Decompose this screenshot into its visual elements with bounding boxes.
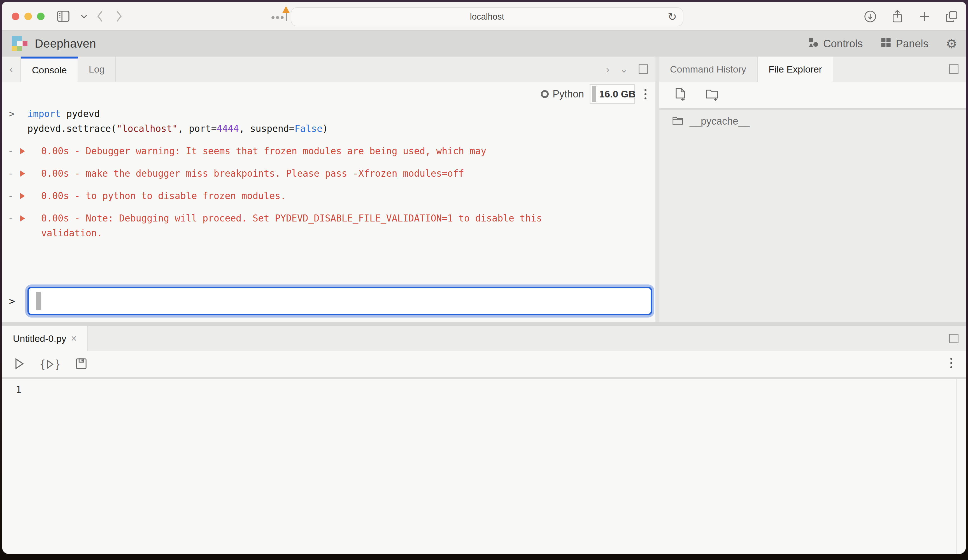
code-keyword: False xyxy=(295,123,322,134)
log-warning-text: 0.00s - Note: Debugging will proceed. Se… xyxy=(41,211,574,240)
editor-tabstrip: Untitled-0.py × xyxy=(2,326,966,351)
log-disclosure-icon[interactable] xyxy=(20,144,32,159)
editor-overflow-menu-button[interactable] xyxy=(950,358,952,368)
tab-log[interactable]: Log xyxy=(78,56,116,82)
brace-right: } xyxy=(56,358,60,370)
code-plain: , port= xyxy=(177,123,217,134)
maximize-editor-panel-button[interactable] xyxy=(949,334,958,343)
session-row: Python 16.0 GB xyxy=(2,82,655,106)
downloads-button[interactable] xyxy=(864,10,877,23)
extensions-area[interactable] xyxy=(269,2,291,31)
code-plain: pydevd xyxy=(61,108,100,119)
tab-file-explorer[interactable]: File Explorer xyxy=(757,56,833,82)
url-text: localhost xyxy=(470,12,504,22)
sidebar-toggle-icon[interactable] xyxy=(57,10,70,22)
log-warning-text: 0.00s - Debugger warning: It seems that … xyxy=(41,144,574,159)
log-disclosure-icon[interactable] xyxy=(20,166,32,181)
log-warning-row: - 0.00s - Debugger warning: It seems tha… xyxy=(2,144,655,159)
tab-overview-button[interactable] xyxy=(945,10,958,23)
session-language-label: Python xyxy=(553,88,584,100)
console-overflow-menu-button[interactable] xyxy=(645,89,646,99)
tab-command-history-label: Command History xyxy=(670,64,746,75)
console-history: > import pydevd pydevd.settrace("localho… xyxy=(2,106,655,240)
maximize-console-panel-button[interactable] xyxy=(638,65,648,74)
line-number: 1 xyxy=(16,384,21,395)
tab-file-explorer-label: File Explorer xyxy=(769,64,822,75)
new-tab-button[interactable] xyxy=(918,10,930,23)
console-input[interactable] xyxy=(27,287,652,315)
close-window-button[interactable] xyxy=(12,13,19,20)
warning-badge-icon xyxy=(282,6,290,13)
log-warning-text: 0.00s - make the debugger miss breakpoin… xyxy=(41,166,574,181)
input-prompt: > xyxy=(9,295,22,307)
code-plain: ) xyxy=(322,123,328,134)
tab-untitled-file[interactable]: Untitled-0.py × xyxy=(2,326,88,351)
app-header: Deephaven Controls Panels ⚙ xyxy=(2,31,966,56)
forward-button[interactable] xyxy=(115,10,124,23)
file-name: __pycache__ xyxy=(690,115,749,127)
code-editor[interactable]: 1 xyxy=(2,379,966,554)
log-warning-row: - 0.00s - Note: Debugging will proceed. … xyxy=(2,211,655,240)
run-button[interactable] xyxy=(13,358,25,371)
memory-usage-widget[interactable]: 16.0 GB xyxy=(590,84,635,104)
brace-left: { xyxy=(41,358,45,370)
log-gutter-dash: - xyxy=(8,166,20,181)
url-bar[interactable]: localhost ↻ xyxy=(291,7,683,27)
tab-command-history[interactable]: Command History xyxy=(659,56,757,82)
log-disclosure-icon[interactable] xyxy=(20,189,32,203)
zoom-window-button[interactable] xyxy=(37,13,45,20)
run-selected-button[interactable]: { } xyxy=(41,358,60,370)
console-input-row: > xyxy=(2,287,655,322)
tabs-dropdown-button[interactable]: ⌄ xyxy=(620,63,628,75)
tab-console[interactable]: Console xyxy=(21,56,78,82)
back-button[interactable] xyxy=(96,10,104,23)
panels-label: Panels xyxy=(896,38,928,50)
log-warning-text: 0.00s - to python to disable frozen modu… xyxy=(41,189,574,203)
log-warning-row: - 0.00s - make the debugger miss breakpo… xyxy=(2,166,655,181)
controls-label: Controls xyxy=(823,38,863,50)
browser-chrome: localhost ↻ xyxy=(2,2,966,31)
editor-panel: Untitled-0.py × { } xyxy=(2,326,966,554)
console-panel: ‹ Console Log › ⌄ xyxy=(2,56,655,322)
maximize-explorer-panel-button[interactable] xyxy=(949,65,958,74)
close-tab-icon[interactable]: × xyxy=(71,333,77,345)
file-explorer-toolbar xyxy=(659,82,966,110)
minimize-window-button[interactable] xyxy=(24,13,32,20)
new-folder-button[interactable] xyxy=(705,87,720,103)
desktop-background: localhost ↻ xyxy=(0,0,968,560)
save-button[interactable] xyxy=(75,358,87,371)
panel-divider[interactable] xyxy=(2,322,966,326)
explorer-tabstrip: Command History File Explorer xyxy=(659,56,966,82)
app-title: Deephaven xyxy=(35,37,96,50)
code-plain: , suspend= xyxy=(239,123,295,134)
explorer-panel: Command History File Explorer xyxy=(659,56,966,322)
log-disclosure-icon[interactable] xyxy=(20,211,32,240)
console-body: Python 16.0 GB > import pydevd xyxy=(2,82,655,322)
log-gutter-dash: - xyxy=(8,211,20,240)
tabs-scroll-right-button[interactable]: › xyxy=(606,64,609,75)
log-gutter-dash: - xyxy=(8,144,20,159)
panels-grid-icon xyxy=(880,37,892,51)
code-plain: pydevd.settrace( xyxy=(27,123,116,134)
memory-usage-bar xyxy=(592,86,596,102)
editor-toolbar: { } xyxy=(2,351,966,379)
controls-button[interactable]: Controls xyxy=(807,37,863,51)
new-file-button[interactable] xyxy=(674,87,687,103)
code-number: 4444 xyxy=(217,123,239,134)
file-row-pycache[interactable]: __pycache__ xyxy=(659,110,966,133)
panels-button[interactable]: Panels xyxy=(880,37,928,51)
sidebar-chevron-down-icon[interactable] xyxy=(80,13,88,19)
share-button[interactable] xyxy=(891,10,903,23)
traffic-lights xyxy=(12,13,45,20)
console-tabstrip: ‹ Console Log › ⌄ xyxy=(2,56,655,82)
controls-shapes-icon xyxy=(807,37,819,51)
refresh-icon[interactable]: ↻ xyxy=(668,11,677,23)
tabs-scroll-left-button[interactable]: ‹ xyxy=(2,56,21,82)
editor-scrollbar-track[interactable] xyxy=(956,379,956,554)
code-string: "localhost" xyxy=(116,123,178,134)
memory-usage-value: 16.0 GB xyxy=(599,88,635,100)
code-keyword: import xyxy=(27,108,61,119)
folder-icon xyxy=(672,116,683,127)
settings-gear-icon[interactable]: ⚙ xyxy=(946,36,957,51)
deephaven-logo xyxy=(12,36,27,51)
